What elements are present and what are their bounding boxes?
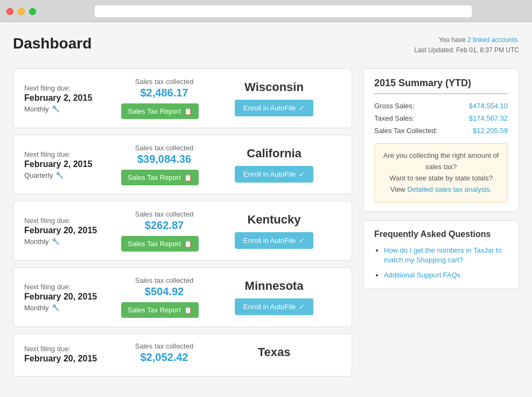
report-icon-2: 📋 — [184, 240, 192, 248]
filing-card-minnesota: Next filing due: February 20, 2015 Month… — [13, 267, 352, 327]
card-state-2: Kentucky Enroll in AutoFile ✓ — [207, 213, 341, 249]
header-info: You have 2 linked accounts. Last Updated… — [414, 35, 519, 55]
card-state-3: Minnesota Enroll in AutoFile ✓ — [207, 279, 341, 315]
next-filing-label-3: Next filing due: — [24, 283, 121, 291]
tax-amount-2: $262.87 — [121, 219, 207, 232]
tax-collected-label-4: Sales tax collected — [121, 342, 207, 350]
page-content: Dashboard You have 2 linked accounts. La… — [0, 22, 532, 397]
settings-icon-3[interactable]: 🔧 — [52, 304, 60, 311]
card-tax-4: Sales tax collected $2,052.42 — [121, 342, 207, 368]
maximize-button[interactable] — [29, 8, 36, 15]
tax-collected-summary-label: Sales Tax Collected: — [374, 127, 438, 135]
settings-icon-1[interactable]: 🔧 — [55, 171, 64, 179]
sales-tax-report-btn-2[interactable]: Sales Tax Report 📋 — [121, 236, 199, 252]
tax-collected-label-1: Sales tax collected — [121, 144, 207, 152]
report-icon-3: 📋 — [184, 306, 192, 314]
state-name-0: Wisconsin — [207, 80, 341, 94]
tax-collected-summary-value: $12,205.59 — [473, 127, 508, 135]
settings-icon-2[interactable]: 🔧 — [52, 238, 60, 245]
filing-date-4: February 20, 2015 — [24, 354, 121, 364]
card-state-0: Wisconsin Enroll in AutoFile ✓ — [207, 80, 341, 116]
card-tax-3: Sales tax collected $504.92 Sales Tax Re… — [121, 276, 207, 318]
card-filing-info-1: Next filing due: February 2, 2015 Quarte… — [24, 150, 121, 179]
tax-collected-label-2: Sales tax collected — [121, 210, 207, 218]
detailed-analysis-link[interactable]: Detailed sales tax analysis. — [407, 185, 492, 193]
state-name-4: Texas — [207, 345, 341, 359]
sales-tax-notice: Are you collecting the right amount of s… — [374, 143, 508, 202]
sales-tax-report-btn-0[interactable]: Sales Tax Report 📋 — [121, 103, 199, 119]
filing-date-1: February 2, 2015 — [24, 159, 121, 169]
faq-item-0: How do I get the numbers in TaxJar to ma… — [384, 246, 508, 265]
filing-frequency-0: Monthly 🔧 — [24, 105, 121, 113]
taxed-sales-value: $174,567.32 — [469, 114, 508, 122]
card-tax-0: Sales tax collected $2,486.17 Sales Tax … — [121, 78, 207, 119]
faq-list: How do I get the numbers in TaxJar to ma… — [374, 246, 508, 281]
autofile-icon-2: ✓ — [299, 236, 305, 245]
faq-item-1: Additional Support FAQs — [384, 270, 508, 280]
sales-tax-report-btn-3[interactable]: Sales Tax Report 📋 — [121, 302, 199, 318]
settings-icon-0[interactable]: 🔧 — [52, 105, 60, 113]
enroll-autofile-btn-0[interactable]: Enroll in AutoFile ✓ — [235, 100, 314, 116]
last-updated: Last Updated: Feb 01, 8:37 PM UTC — [414, 45, 519, 55]
report-icon-0: 📋 — [184, 107, 192, 115]
minimize-button[interactable] — [18, 8, 25, 15]
summary-panel: 2015 Summary (YTD) Gross Sales: $474,554… — [363, 68, 519, 211]
filing-date-0: February 2, 2015 — [24, 93, 121, 103]
filing-card-california: Next filing due: February 2, 2015 Quarte… — [13, 135, 352, 194]
gross-sales-value: $474,554.10 — [469, 102, 508, 110]
tax-amount-3: $504.92 — [121, 285, 207, 298]
next-filing-label-2: Next filing due: — [24, 217, 121, 225]
summary-row-taxed: Taxed Sales: $174,567.32 — [374, 112, 508, 124]
card-filing-info-0: Next filing due: February 2, 2015 Monthl… — [24, 84, 121, 113]
taxed-sales-label: Taxed Sales: — [374, 114, 414, 122]
state-name-3: Minnesota — [207, 279, 341, 293]
next-filing-label-0: Next filing due: — [24, 84, 121, 92]
filing-card-kentucky: Next filing due: February 20, 2015 Month… — [13, 201, 352, 261]
card-state-1: California Enroll in AutoFile ✓ — [207, 147, 341, 183]
autofile-icon-3: ✓ — [299, 303, 305, 311]
page-title: Dashboard — [13, 35, 92, 52]
filing-cards-list: Next filing due: February 2, 2015 Monthl… — [13, 68, 352, 377]
faq-link-1[interactable]: Additional Support FAQs — [384, 271, 460, 279]
next-filing-label-1: Next filing due: — [24, 150, 121, 158]
filing-card-texas: Next filing due: February 20, 2015 Sales… — [13, 333, 352, 377]
card-filing-info-3: Next filing due: February 20, 2015 Month… — [24, 283, 121, 312]
enroll-autofile-btn-3[interactable]: Enroll in AutoFile ✓ — [235, 298, 314, 315]
card-state-4: Texas — [207, 345, 341, 365]
filing-date-3: February 20, 2015 — [24, 292, 121, 302]
faq-link-0[interactable]: How do I get the numbers in TaxJar to ma… — [384, 246, 502, 264]
next-filing-label-4: Next filing due: — [24, 345, 121, 353]
faq-title: Frequently Asked Questions — [374, 229, 508, 239]
page-header: Dashboard You have 2 linked accounts. La… — [13, 35, 519, 55]
autofile-icon-0: ✓ — [299, 104, 305, 112]
tax-amount-1: $39,084.36 — [121, 153, 207, 165]
tax-collected-label-0: Sales tax collected — [121, 78, 207, 86]
tax-collected-label-3: Sales tax collected — [121, 276, 207, 284]
filing-date-2: February 20, 2015 — [24, 226, 121, 235]
card-tax-1: Sales tax collected $39,084.36 Sales Tax… — [121, 144, 207, 185]
filing-frequency-3: Monthly 🔧 — [24, 304, 121, 312]
filing-frequency-2: Monthly 🔧 — [24, 238, 121, 246]
linked-accounts-info: You have 2 linked accounts. — [414, 35, 519, 45]
window-chrome — [0, 0, 532, 22]
enroll-autofile-btn-1[interactable]: Enroll in AutoFile ✓ — [235, 166, 314, 183]
gross-sales-label: Gross Sales: — [374, 102, 414, 110]
state-name-2: Kentucky — [207, 213, 341, 227]
filing-card-wisconsin: Next filing due: February 2, 2015 Monthl… — [13, 68, 352, 128]
tax-amount-0: $2,486.17 — [121, 87, 207, 99]
linked-accounts-link[interactable]: 2 linked accounts. — [467, 36, 519, 44]
enroll-autofile-btn-2[interactable]: Enroll in AutoFile ✓ — [235, 232, 314, 249]
tax-amount-4: $2,052.42 — [121, 351, 207, 364]
right-column: 2015 Summary (YTD) Gross Sales: $474,554… — [363, 68, 519, 289]
sales-tax-report-btn-1[interactable]: Sales Tax Report 📋 — [121, 170, 199, 185]
autofile-icon-1: ✓ — [299, 170, 305, 178]
close-button[interactable] — [6, 8, 13, 15]
summary-row-collected: Sales Tax Collected: $12,205.59 — [374, 124, 508, 137]
summary-row-gross: Gross Sales: $474,554.10 — [374, 100, 508, 112]
main-layout: Next filing due: February 2, 2015 Monthl… — [13, 68, 519, 377]
card-filing-info-2: Next filing due: February 20, 2015 Month… — [24, 217, 121, 246]
faq-panel: Frequently Asked Questions How do I get … — [363, 220, 519, 290]
address-bar[interactable] — [95, 5, 472, 17]
state-name-1: California — [207, 147, 341, 161]
card-tax-2: Sales tax collected $262.87 Sales Tax Re… — [121, 210, 207, 252]
